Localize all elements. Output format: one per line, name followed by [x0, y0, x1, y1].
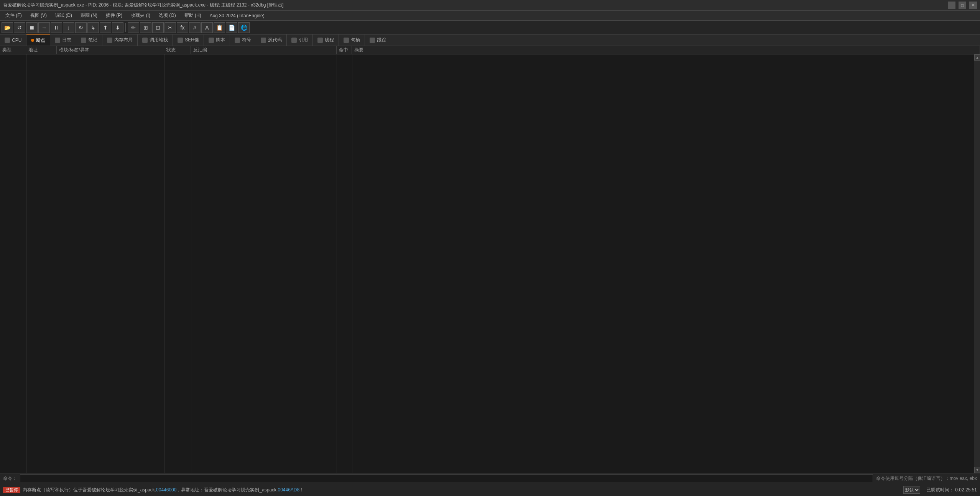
col-header-address: 地址: [26, 46, 57, 54]
status-exclamation: ！: [299, 487, 304, 493]
run-btn[interactable]: →: [38, 22, 50, 33]
threads-icon: [317, 38, 323, 43]
title-bar: 吾爱破解论坛学习脱壳实例_aspack.exe - PID: 2036 - 模块…: [0, 0, 980, 11]
source-icon: [261, 38, 266, 43]
menu-bar: 文件 (F)视图 (V)调试 (D)跟踪 (N)插件 (P)收藏夹 (I)选项 …: [0, 11, 980, 21]
references-label: 引用: [299, 37, 308, 43]
col-dividers: [0, 54, 974, 473]
callstack-label: 调用堆栈: [150, 37, 168, 43]
timer-text: 已调试时间： 0:02:25:51: [926, 487, 977, 493]
command-input[interactable]: [20, 475, 873, 482]
breakpoints-indicator: [31, 39, 34, 42]
web-btn[interactable]: 🌐: [238, 22, 250, 33]
paste-btn[interactable]: 📄: [226, 22, 237, 33]
address-link-2[interactable]: 00446AD8: [278, 487, 299, 493]
menu-item-h[interactable]: 帮助 (H): [181, 11, 205, 20]
column-header: 类型地址模块/标签/异常状态反汇编命中摘要: [0, 46, 980, 54]
maximize-button[interactable]: □: [959, 2, 966, 9]
execute-till-btn[interactable]: ⬆: [100, 22, 111, 33]
references-icon: [291, 38, 297, 43]
step-into-btn[interactable]: ↓: [63, 22, 74, 33]
script-icon: [209, 38, 214, 43]
tab-memlayout[interactable]: 内存布局: [102, 34, 138, 46]
cpu-icon: [5, 38, 10, 43]
notes-icon: [81, 38, 86, 43]
font-btn[interactable]: A: [201, 22, 213, 33]
tab-cpu[interactable]: CPU: [0, 34, 26, 46]
col-divider-module: [164, 54, 164, 473]
trace-label: 跟踪: [377, 37, 386, 43]
tab-trace[interactable]: 跟踪: [365, 34, 391, 46]
tab-log[interactable]: 日志: [50, 34, 76, 46]
tab-callstack[interactable]: 调用堆栈: [138, 34, 173, 46]
tab-threads[interactable]: 线程: [313, 34, 339, 46]
symbols-label: 符号: [242, 37, 251, 43]
col-divider-address: [57, 54, 57, 473]
cpu-label: CPU: [12, 38, 21, 43]
tab-script[interactable]: 脚本: [204, 34, 230, 46]
status-description: 内存断点（读写和执行）位于吾爱破解论坛学习脱壳实例_aspack.: [23, 487, 156, 493]
callstack-icon: [142, 38, 148, 43]
tab-bar: CPU断点日志笔记内存布局调用堆栈SEH链脚本符号源代码引用线程句柄跟踪: [0, 34, 980, 46]
menu-item-v[interactable]: 视图 (V): [26, 11, 51, 20]
menu-item-o[interactable]: 选项 (O): [155, 11, 180, 20]
notes-label: 笔记: [88, 37, 97, 43]
scrollbar[interactable]: ▲ ▼: [974, 54, 980, 473]
handles-label: 句柄: [351, 37, 360, 43]
col-divider-hit: [352, 54, 352, 473]
scroll-down-button[interactable]: ▼: [974, 467, 980, 473]
step-over-btn[interactable]: ↻: [75, 22, 87, 33]
stop-btn[interactable]: ⏹: [26, 22, 38, 33]
scroll-up-button[interactable]: ▲: [974, 54, 980, 61]
func-btn[interactable]: fx: [177, 22, 188, 33]
col-header-status: 状态: [164, 46, 191, 54]
trace-icon: [370, 38, 375, 43]
menu-item-d[interactable]: 调试 (D): [51, 11, 76, 20]
data-table: [0, 54, 974, 473]
breakpoints-label: 断点: [36, 37, 45, 44]
status-text: 内存断点（读写和执行）位于吾爱破解论坛学习脱壳实例_aspack.0044600…: [23, 487, 304, 493]
title-controls: — □ ✕: [948, 2, 977, 9]
bottom-bar: 命令： 命令使用逗号分隔（像汇编语言）：mov eax, ebx 已暂停 内存断…: [0, 473, 980, 496]
menu-item-augtitanengine[interactable]: Aug 30 2024 (TitanEngine): [206, 11, 268, 20]
col-header-disasm: 反汇编: [191, 46, 337, 54]
main-content: ▲ ▼: [0, 54, 980, 473]
hash-btn[interactable]: #: [189, 22, 201, 33]
assemble-btn[interactable]: ✏: [128, 22, 139, 33]
toolbar: 📂↺⏹→⏸↓↻↳⬆⬇✏⊞⊡✂fx#A📋📄🌐: [0, 21, 980, 34]
scroll-track[interactable]: [974, 61, 980, 467]
minimize-button[interactable]: —: [948, 2, 955, 9]
menu-item-f[interactable]: 文件 (F): [2, 11, 26, 20]
menu-item-i[interactable]: 收藏夹 (I): [127, 11, 154, 20]
tab-notes[interactable]: 笔记: [76, 34, 102, 46]
open-btn[interactable]: 📂: [2, 22, 13, 33]
close-button[interactable]: ✕: [969, 2, 977, 9]
patch-btn[interactable]: ⊞: [140, 22, 151, 33]
col-divider-disasm: [337, 54, 337, 473]
copy-btn[interactable]: 📋: [214, 22, 225, 33]
tab-breakpoints[interactable]: 断点: [26, 34, 50, 46]
source-label: 源代码: [268, 37, 282, 43]
col-header-type: 类型: [0, 46, 26, 54]
title-text: 吾爱破解论坛学习脱壳实例_aspack.exe - PID: 2036 - 模块…: [3, 2, 284, 8]
default-select[interactable]: 默认: [903, 486, 920, 494]
restart-btn[interactable]: ↺: [14, 22, 25, 33]
execute-till-ret-btn[interactable]: ⬇: [112, 22, 123, 33]
tab-handles[interactable]: 句柄: [339, 34, 365, 46]
col-header-summary: 摘要: [352, 46, 980, 54]
memlayout-label: 内存布局: [114, 37, 133, 43]
pause-btn[interactable]: ⏸: [51, 22, 62, 33]
seh-icon: [178, 38, 183, 43]
patch2-btn[interactable]: ✂: [164, 22, 176, 33]
menu-item-n[interactable]: 跟踪 (N): [77, 11, 101, 20]
menu-item-p[interactable]: 插件 (P): [102, 11, 126, 20]
tab-source[interactable]: 源代码: [256, 34, 287, 46]
tab-symbols[interactable]: 符号: [230, 34, 256, 46]
log-label: 日志: [62, 37, 71, 43]
step-out-btn[interactable]: ↳: [87, 22, 99, 33]
address-link-1[interactable]: 00446000: [156, 487, 176, 493]
nop-btn[interactable]: ⊡: [152, 22, 164, 33]
tab-references[interactable]: 引用: [287, 34, 313, 46]
tab-seh[interactable]: SEH链: [173, 34, 204, 46]
status-right: 默认 已调试时间： 0:02:25:51: [903, 486, 977, 494]
